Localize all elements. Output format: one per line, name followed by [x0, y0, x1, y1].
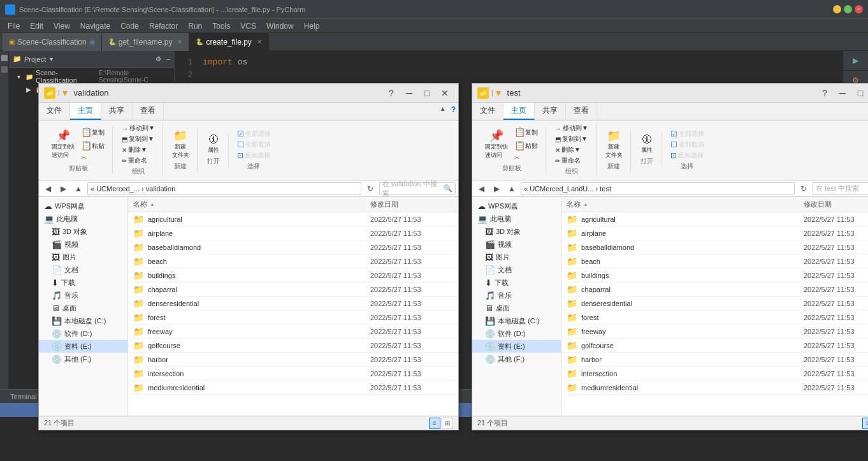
list-item[interactable]: 📁 intersection 2022/5/27 11:53: [561, 367, 868, 381]
menu-run[interactable]: Run: [183, 20, 207, 32]
nav-docs[interactable]: 📄 文档: [39, 263, 127, 276]
list-item[interactable]: 📁 baseballdiamond 2022/5/27 11:53: [561, 240, 868, 254]
list-item[interactable]: 📁 chaparral 2022/5/27 11:53: [561, 282, 868, 296]
test-rename-btn[interactable]: ✏ 重命名: [553, 156, 591, 166]
list-item[interactable]: 📁 intersection 2022/5/27 11:53: [128, 367, 458, 381]
list-item[interactable]: 📁 harbor 2022/5/27 11:53: [128, 353, 458, 367]
list-item[interactable]: 📁 agricultural 2022/5/27 11:53: [561, 212, 868, 226]
invert-select-btn[interactable]: ⊡ 反向选择: [235, 150, 273, 161]
test-nav-local-c[interactable]: 💾 本地磁盘 (C:): [472, 314, 561, 327]
test-cut-btn[interactable]: ✂: [512, 153, 540, 163]
menu-file[interactable]: File: [3, 20, 25, 32]
test-invert-select-btn[interactable]: ⊡ 反向选择: [669, 150, 706, 161]
menu-window[interactable]: Window: [261, 20, 299, 32]
list-item[interactable]: 📁 denseresidential 2022/5/27 11:53: [128, 296, 458, 311]
test-view-list-btn[interactable]: ≡: [862, 418, 868, 429]
exp-test-help[interactable]: ?: [816, 86, 833, 100]
nav-this-pc[interactable]: 💻 此电脑: [39, 212, 127, 225]
test-select-none-btn[interactable]: ☐ 全部取消: [669, 140, 706, 150]
test-addr-back-btn[interactable]: ◀: [475, 182, 488, 195]
nav-music[interactable]: 🎵 音乐: [39, 289, 127, 302]
test-select-all-btn[interactable]: ☑ 全部选择: [669, 129, 706, 139]
cut-btn[interactable]: ✂: [78, 153, 107, 163]
list-item[interactable]: 📁 airplane 2022/5/27 11:53: [561, 226, 868, 240]
menu-code[interactable]: Code: [115, 20, 144, 32]
list-item[interactable]: 📁 chaparral 2022/5/27 11:53: [128, 282, 458, 296]
exp-test-minimize[interactable]: ─: [834, 86, 851, 100]
exp-test-maximize[interactable]: □: [852, 86, 868, 100]
test-paste-btn[interactable]: 📋 粘贴: [512, 140, 540, 152]
nav-software-d[interactable]: 💿 软件 (D:): [39, 327, 127, 340]
select-all-btn[interactable]: ☑ 全部选择: [235, 129, 273, 139]
bottom-tab-terminal[interactable]: Terminal: [5, 391, 42, 402]
test-nav-downloads[interactable]: ⬇ 下载: [472, 276, 561, 289]
list-item[interactable]: 📁 mediumresidential 2022/5/27 11:53: [561, 381, 868, 395]
move-to-btn[interactable]: → 移动到▼: [119, 123, 157, 133]
test-col-name-header[interactable]: 名称 ▲: [567, 200, 804, 209]
maximize-button[interactable]: □: [844, 5, 852, 13]
list-item[interactable]: 📁 freeway 2022/5/27 11:53: [561, 325, 868, 339]
tab-get-filename-close[interactable]: ✕: [177, 38, 182, 45]
tab-project[interactable]: ▣ Scene-Classification ▣: [3, 33, 102, 51]
exp-validation-minimize[interactable]: ─: [401, 86, 417, 100]
delete-btn[interactable]: ✕ 删除▼: [119, 145, 157, 155]
exp-validation-close[interactable]: ✕: [437, 86, 453, 100]
rename-btn[interactable]: ✏ 重命名: [119, 156, 157, 166]
menu-navigate[interactable]: Navigate: [75, 20, 115, 32]
exp-validation-maximize[interactable]: □: [419, 86, 435, 100]
close-button[interactable]: ✕: [855, 5, 863, 13]
addr-back-btn[interactable]: ◀: [41, 182, 54, 195]
view-grid-btn[interactable]: ⊞: [442, 418, 453, 429]
addr-forward-btn[interactable]: ▶: [57, 182, 69, 195]
copy-to-btn[interactable]: ⬒ 复制到▼: [119, 134, 157, 144]
list-item[interactable]: 📁 baseballdiamond 2022/5/27 11:53: [128, 240, 458, 254]
exp-test-tab-share[interactable]: 共享: [535, 103, 566, 120]
list-item[interactable]: 📁 forest 2022/5/27 11:53: [128, 311, 458, 325]
menu-refactor[interactable]: Refactor: [144, 20, 183, 32]
test-addr-refresh-btn[interactable]: ↻: [797, 182, 810, 195]
test-new-folder-btn[interactable]: 📁 新建文件夹: [603, 129, 625, 161]
test-nav-video[interactable]: 🎬 视频: [472, 238, 561, 251]
list-item[interactable]: 📁 freeway 2022/5/27 11:53: [128, 325, 458, 339]
test-nav-music[interactable]: 🎵 音乐: [472, 289, 561, 302]
menu-tools[interactable]: Tools: [207, 20, 235, 32]
exp-test-tab-view[interactable]: 查看: [566, 103, 597, 120]
col-date-header[interactable]: 修改日期: [370, 200, 453, 209]
properties-btn[interactable]: 🛈 属性: [204, 133, 223, 156]
test-nav-this-pc[interactable]: 💻 此电脑: [472, 212, 561, 225]
addr-test-search[interactable]: 在 test 中搜索 🔍: [813, 182, 868, 195]
exp-test-tab-home[interactable]: 主页: [503, 103, 535, 120]
select-none-btn[interactable]: ☐ 全部取消: [235, 140, 273, 150]
test-nav-other-f[interactable]: 💿 其他 (F:): [472, 353, 561, 365]
tree-scene-classification[interactable]: ▾ 📁 Scene-Classification E:\Remote Sensi…: [9, 70, 174, 83]
menu-help[interactable]: Help: [299, 20, 325, 32]
list-item[interactable]: 📁 golfcourse 2022/5/27 11:53: [561, 339, 868, 353]
paste-btn[interactable]: 📋 粘贴: [78, 140, 107, 152]
test-addr-up-btn[interactable]: ▲: [505, 182, 518, 195]
test-copy-to-btn[interactable]: ⬒ 复制到▼: [553, 134, 591, 144]
nav-other-f[interactable]: 💿 其他 (F:): [39, 353, 127, 365]
tab-create-file-close[interactable]: ✕: [257, 38, 262, 45]
list-item[interactable]: 📁 forest 2022/5/27 11:53: [561, 311, 868, 325]
exp-validation-tab-share[interactable]: 共享: [101, 103, 133, 120]
addr-test-path[interactable]: « UCMerced_LandU... › test: [521, 182, 795, 195]
tab-create-file[interactable]: 🐍 create_file.py ✕: [189, 33, 268, 51]
nav-video[interactable]: 🎬 视频: [39, 238, 127, 251]
test-nav-data-e[interactable]: 💿 资料 (E:): [472, 340, 561, 353]
nav-downloads[interactable]: ⬇ 下载: [39, 276, 127, 289]
test-pin-btn[interactable]: 📌 固定到快速访问: [482, 129, 510, 161]
test-nav-docs[interactable]: 📄 文档: [472, 263, 561, 276]
nav-3d[interactable]: 🖼 3D 对象: [39, 225, 127, 238]
col-name-header[interactable]: 名称 ▲: [133, 200, 370, 209]
exp-validation-tab-file[interactable]: 文件: [39, 103, 70, 120]
list-item[interactable]: 📁 mediumresidential 2022/5/27 11:53: [128, 381, 458, 395]
list-item[interactable]: 📁 denseresidential 2022/5/27 11:53: [561, 296, 868, 311]
test-nav-desktop[interactable]: 🖥 桌面: [472, 302, 561, 314]
menu-edit[interactable]: Edit: [25, 20, 48, 32]
test-properties-btn[interactable]: 🛈 属性: [637, 133, 656, 156]
run-icon[interactable]: ▶: [843, 51, 868, 71]
list-item[interactable]: 📁 beach 2022/5/27 11:53: [561, 254, 868, 268]
list-item[interactable]: 📁 agricultural 2022/5/27 11:53: [128, 212, 458, 226]
test-nav-wps[interactable]: ☁ WPS网盘: [472, 200, 561, 212]
view-list-btn[interactable]: ≡: [429, 418, 440, 429]
